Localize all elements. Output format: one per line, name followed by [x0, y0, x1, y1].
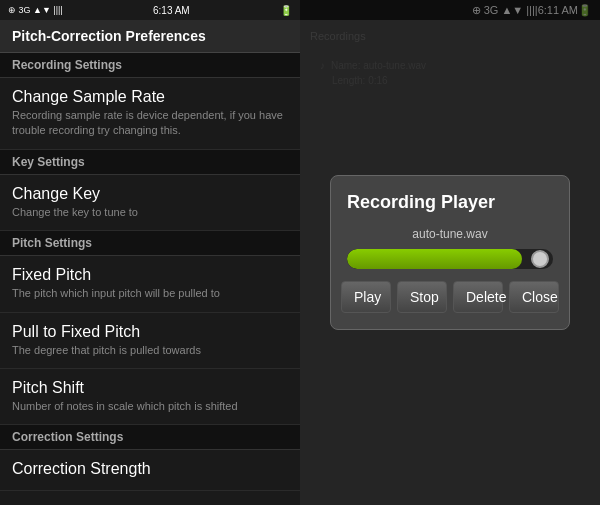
setting-pitch-shift-title: Pitch Shift — [12, 379, 288, 397]
setting-pull-to-fixed-desc: The degree that pitch is pulled towards — [12, 343, 288, 358]
setting-sample-rate-title: Change Sample Rate — [12, 88, 288, 106]
dialog-buttons: Play Stop Delete Close — [347, 281, 553, 313]
setting-correction-strength-title: Correction Strength — [12, 460, 288, 478]
left-network-icon: ⊕ 3G ▲▼ |||| — [8, 5, 63, 15]
section-header-pitch: Pitch Settings — [0, 231, 300, 256]
close-button[interactable]: Close — [509, 281, 559, 313]
play-button[interactable]: Play — [341, 281, 391, 313]
right-panel: ⊕ 3G ▲▼ |||| 6:11 AM 🔋 Recordings ♪ Name… — [300, 0, 600, 505]
setting-change-key-desc: Change the key to tune to — [12, 205, 288, 220]
left-time: 6:13 AM — [153, 5, 190, 16]
stop-button[interactable]: Stop — [397, 281, 447, 313]
setting-pull-to-fixed-title: Pull to Fixed Pitch — [12, 323, 288, 341]
progress-bar-container[interactable] — [347, 249, 553, 269]
setting-change-key-title: Change Key — [12, 185, 288, 203]
section-header-correction: Correction Settings — [0, 425, 300, 450]
delete-button[interactable]: Delete — [453, 281, 503, 313]
preferences-title: Pitch-Correction Preferences — [0, 20, 300, 53]
setting-sample-rate-desc: Recording sample rate is device dependen… — [12, 108, 288, 139]
setting-fixed-pitch-desc: The pitch which input pitch will be pull… — [12, 286, 288, 301]
progress-thumb — [531, 250, 549, 268]
setting-pitch-shift[interactable]: Pitch Shift Number of notes in scale whi… — [0, 369, 300, 425]
left-status-bar: ⊕ 3G ▲▼ |||| 6:13 AM 🔋 — [0, 0, 300, 20]
setting-pitch-shift-desc: Number of notes in scale which pitch is … — [12, 399, 288, 414]
dialog-filename: auto-tune.wav — [347, 227, 553, 241]
left-status-icons: ⊕ 3G ▲▼ |||| — [8, 5, 63, 15]
setting-sample-rate[interactable]: Change Sample Rate Recording sample rate… — [0, 78, 300, 150]
setting-change-key[interactable]: Change Key Change the key to tune to — [0, 175, 300, 231]
section-header-recording: Recording Settings — [0, 53, 300, 78]
dialog-title: Recording Player — [347, 192, 553, 213]
progress-bar-fill — [347, 249, 522, 269]
setting-fixed-pitch[interactable]: Fixed Pitch The pitch which input pitch … — [0, 256, 300, 312]
left-panel: ⊕ 3G ▲▼ |||| 6:13 AM 🔋 Pitch-Correction … — [0, 0, 300, 505]
dialog-overlay: Recording Player auto-tune.wav Play Stop… — [300, 0, 600, 505]
setting-fixed-pitch-title: Fixed Pitch — [12, 266, 288, 284]
setting-pull-to-fixed[interactable]: Pull to Fixed Pitch The degree that pitc… — [0, 313, 300, 369]
recording-player-dialog: Recording Player auto-tune.wav Play Stop… — [330, 175, 570, 330]
setting-correction-strength[interactable]: Correction Strength — [0, 450, 300, 491]
left-battery-icon: 🔋 — [280, 5, 292, 16]
section-header-key: Key Settings — [0, 150, 300, 175]
